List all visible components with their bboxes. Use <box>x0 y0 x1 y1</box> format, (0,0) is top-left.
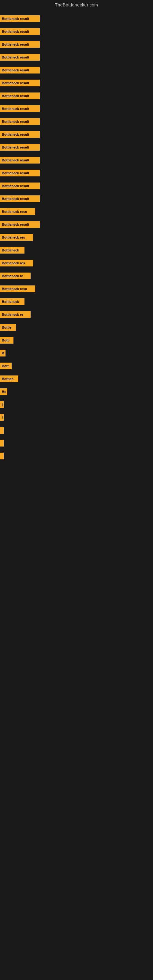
bar-row <box>0 447 153 460</box>
bottleneck-bar-26: B <box>0 350 5 356</box>
bar-row: Bottleneck result <box>0 35 153 48</box>
bar-row: Bottleneck result <box>0 100 153 113</box>
bar-row: Bottleneck result <box>0 23 153 35</box>
bottleneck-bar-32 <box>0 427 4 434</box>
bar-row: Bottleneck resu <box>0 203 153 216</box>
bottleneck-bar-31: I <box>0 414 4 421</box>
bar-row: Bottleneck result <box>0 113 153 126</box>
bottleneck-bar-23: Bottleneck re <box>0 311 30 318</box>
bar-row: Bott <box>0 357 153 370</box>
bottleneck-bar-8: Bottleneck result <box>0 118 40 125</box>
bottleneck-bar-4: Bottleneck result <box>0 67 40 73</box>
bottleneck-bar-11: Bottleneck result <box>0 157 40 164</box>
bar-row: Bottleneck result <box>0 48 153 61</box>
bottleneck-bar-7: Bottleneck result <box>0 105 40 112</box>
bar-row: Bottleneck result <box>0 216 153 229</box>
bar-row: Bottleneck <box>0 293 153 305</box>
bottleneck-bar-1: Bottleneck result <box>0 28 40 35</box>
bar-row: Bottleneck result <box>0 10 153 23</box>
bar-row: Bottlen <box>0 370 153 383</box>
bar-row: I <box>0 409 153 422</box>
bar-row: Bo <box>0 383 153 396</box>
bottleneck-bar-12: Bottleneck result <box>0 170 40 177</box>
bottleneck-bar-13: Bottleneck result <box>0 183 40 189</box>
bar-row <box>0 422 153 434</box>
bar-row: Bottleneck result <box>0 126 153 138</box>
bar-row: Bottleneck result <box>0 151 153 164</box>
bottleneck-bar-16: Bottleneck result <box>0 221 40 228</box>
bar-row: | <box>0 396 153 409</box>
bar-row: Bottleneck result <box>0 87 153 100</box>
bar-row: Bottleneck <box>0 241 153 254</box>
site-title: TheBottlenecker.com <box>0 0 153 10</box>
bottleneck-bar-17: Bottleneck res <box>0 234 33 241</box>
bottleneck-bar-20: Bottleneck re <box>0 272 30 279</box>
bottleneck-bar-34 <box>0 453 4 460</box>
bottleneck-bar-18: Bottleneck <box>0 247 24 254</box>
bar-row: Bottleneck resu <box>0 280 153 293</box>
bar-row: Bottl <box>0 331 153 344</box>
bar-row: B <box>0 344 153 357</box>
bars-container: Bottleneck resultBottleneck resultBottle… <box>0 10 153 460</box>
bar-row: Bottleneck result <box>0 61 153 74</box>
bar-row: Bottleneck res <box>0 229 153 241</box>
bottleneck-bar-14: Bottleneck result <box>0 196 40 202</box>
bottleneck-bar-28: Bottlen <box>0 375 18 382</box>
bar-row: Bottleneck result <box>0 177 153 190</box>
bar-row: Bottleneck result <box>0 74 153 87</box>
bar-row: Bottleneck re <box>0 305 153 318</box>
bar-row: Bottleneck res <box>0 254 153 267</box>
bottleneck-bar-2: Bottleneck result <box>0 41 40 48</box>
bottleneck-bar-6: Bottleneck result <box>0 92 40 99</box>
bottleneck-bar-25: Bottl <box>0 337 13 344</box>
bar-row: Bottleneck result <box>0 190 153 203</box>
bottleneck-bar-10: Bottleneck result <box>0 144 40 151</box>
bottleneck-bar-0: Bottleneck result <box>0 15 40 22</box>
bottleneck-bar-21: Bottleneck resu <box>0 285 35 292</box>
bottleneck-bar-5: Bottleneck result <box>0 80 40 86</box>
bottleneck-bar-33 <box>0 440 4 447</box>
bar-row: Bottle <box>0 318 153 331</box>
bottleneck-bar-24: Bottle <box>0 324 16 331</box>
bottleneck-bar-3: Bottleneck result <box>0 54 40 60</box>
bottleneck-bar-19: Bottleneck res <box>0 260 33 266</box>
bottleneck-bar-29: Bo <box>0 388 7 395</box>
bar-row: Bottleneck re <box>0 267 153 280</box>
bottleneck-bar-30: | <box>0 401 4 408</box>
bottleneck-bar-9: Bottleneck result <box>0 131 40 138</box>
bar-row: Bottleneck result <box>0 164 153 177</box>
bottleneck-bar-15: Bottleneck resu <box>0 208 35 215</box>
bottleneck-bar-27: Bott <box>0 363 12 369</box>
bottleneck-bar-22: Bottleneck <box>0 298 24 305</box>
bar-row: Bottleneck result <box>0 138 153 151</box>
bar-row <box>0 434 153 447</box>
